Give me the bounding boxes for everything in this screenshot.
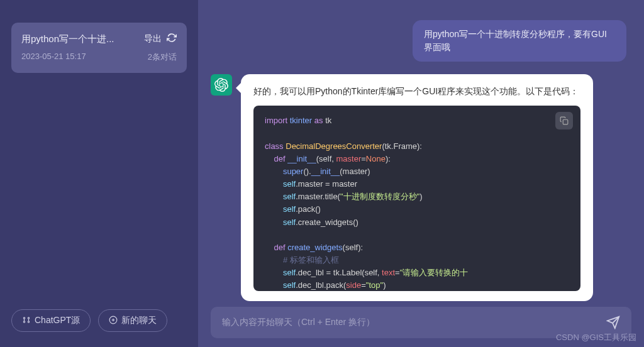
input-placeholder: 输入内容开始聊天（Ctrl + Enter 换行） (222, 317, 606, 328)
svg-point-0 (23, 317, 25, 318)
conversation-count: 2条对话 (148, 52, 177, 63)
assistant-row: 好的，我可以用Python的Tkinter库编写一个GUI程序来实现这个功能。以… (211, 74, 631, 301)
openai-icon (214, 78, 228, 92)
svg-point-3 (28, 321, 29, 322)
code-block: import tkinter as tk class DecimalDegree… (253, 106, 580, 291)
conversation-meta: 2023-05-21 15:17 2条对话 (21, 52, 177, 63)
conversation-top-row: 用python写一个十进... 导出 (21, 33, 177, 45)
export-button[interactable]: 导出 (144, 33, 162, 45)
svg-point-1 (28, 317, 29, 318)
assistant-message: 好的，我可以用Python的Tkinter库编写一个GUI程序来实现这个功能。以… (241, 74, 593, 301)
new-chat-label: 新的聊天 (121, 315, 157, 326)
watermark: CSDN @GIS工具乐园 (556, 332, 636, 343)
copy-icon (560, 116, 569, 125)
main-area: 用python写一个十进制转度分秒程序，要有GUI界面哦 好的，我可以用Pyth… (198, 0, 644, 347)
refresh-icon[interactable] (167, 33, 177, 45)
settings-icon (22, 316, 31, 326)
conversation-actions: 导出 (144, 33, 177, 45)
assistant-intro-text: 好的，我可以用Python的Tkinter库编写一个GUI程序来实现这个功能。以… (253, 84, 580, 98)
user-message: 用python写一个十进制转度分秒程序，要有GUI界面哦 (413, 20, 626, 62)
source-button[interactable]: ChatGPT源 (11, 309, 91, 332)
conversation-card[interactable]: 用python写一个十进... 导出 2023-05-21 15:17 2条对话 (11, 23, 187, 73)
send-icon (606, 316, 620, 329)
new-chat-button[interactable]: 新的聊天 (98, 309, 167, 332)
plus-circle-icon (109, 316, 118, 326)
svg-rect-9 (563, 120, 568, 125)
svg-point-2 (23, 321, 25, 322)
assistant-avatar (211, 74, 232, 96)
source-button-label: ChatGPT源 (35, 315, 80, 326)
copy-button[interactable] (555, 112, 573, 129)
sidebar: 用python写一个十进... 导出 2023-05-21 15:17 2条对话… (0, 0, 198, 347)
conversation-title: 用python写一个十进... (21, 33, 114, 45)
send-button[interactable] (606, 316, 620, 329)
code-content: import tkinter as tk class DecimalDegree… (265, 114, 580, 291)
conversation-timestamp: 2023-05-21 15:17 (21, 52, 86, 63)
sidebar-bottom: ChatGPT源 新的聊天 (11, 309, 187, 339)
